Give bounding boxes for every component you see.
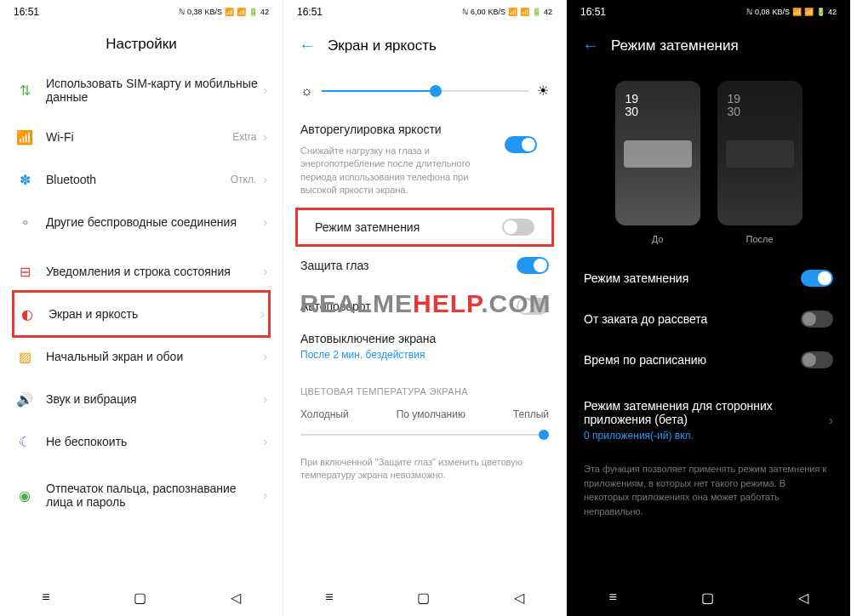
- moon-icon: ☾: [15, 432, 34, 451]
- rotate-toggle[interactable]: [517, 298, 549, 315]
- chevron-icon: ›: [263, 350, 267, 363]
- color-temp-slider[interactable]: [300, 434, 549, 436]
- chevron-icon: ›: [263, 173, 267, 186]
- back-arrow-icon[interactable]: ←: [299, 36, 316, 55]
- auto-brightness-desc: Снижайте нагрузку на глаза и энергопотре…: [283, 145, 505, 206]
- row-dark-mode[interactable]: Режим затемнения: [298, 210, 551, 244]
- nav-back-icon[interactable]: ◁: [514, 590, 524, 606]
- chevron-icon: ›: [263, 265, 267, 278]
- chevron-icon: ›: [263, 392, 267, 406]
- nav-home-icon[interactable]: ▢: [417, 590, 430, 606]
- eye-toggle[interactable]: [517, 257, 549, 274]
- row-home[interactable]: ▨ Начальный экран и обои ›: [0, 335, 283, 378]
- back-arrow-icon[interactable]: ←: [582, 36, 599, 55]
- row-notifications[interactable]: ⊟ Уведомления и строка состояния ›: [0, 250, 283, 293]
- nav-home-icon[interactable]: ▢: [134, 590, 146, 606]
- nav-recent-icon[interactable]: ≡: [608, 590, 616, 605]
- sound-icon: 🔊: [15, 390, 34, 408]
- header: ← Экран и яркость: [283, 24, 566, 67]
- row-sim[interactable]: ⇅ Использовать SIM-карту и мобильные дан…: [0, 65, 283, 116]
- nav-home-icon[interactable]: ▢: [701, 590, 714, 606]
- sun-high-icon: ☀: [537, 83, 549, 99]
- auto-brightness-toggle[interactable]: [505, 136, 537, 153]
- page-title: Режим затемнения: [611, 37, 739, 54]
- preview-row: 1930 До 1930 После: [567, 67, 850, 258]
- row-schedule[interactable]: Время по расписанию: [567, 339, 850, 380]
- sunset-toggle[interactable]: [801, 311, 833, 328]
- dark-mode-screen: 16:51 ℕ0,08KB/S📶📶🔋42 ← Режим затемнения …: [567, 0, 850, 616]
- page-title: Экран и яркость: [328, 37, 437, 54]
- preview-before: 1930 До: [615, 81, 700, 244]
- status-icons: ℕ0,38KB/S📶📶🔋42: [179, 8, 269, 16]
- status-bar: 16:51 ℕ0,38KB/S📶📶🔋42: [0, 0, 283, 24]
- row-screen-brightness[interactable]: ◐ Экран и яркость ›: [12, 290, 271, 338]
- status-time: 16:51: [580, 6, 606, 18]
- chevron-icon: ›: [263, 215, 267, 229]
- chevron-icon: ›: [263, 435, 267, 448]
- brightness-icon: ◐: [18, 305, 37, 323]
- status-bar: 16:51 ℕ0,08KB/S📶📶🔋42: [567, 0, 850, 24]
- color-temp-header: ЦВЕТОВАЯ ТЕМПЕРАТУРА ЭКРАНА: [283, 373, 566, 403]
- fingerprint-icon: ◉: [15, 486, 34, 505]
- brightness-slider-row: ☼ ☀: [283, 67, 566, 114]
- chevron-icon: ›: [829, 414, 833, 427]
- sim-icon: ⇅: [15, 81, 34, 100]
- row-wifi[interactable]: 📶 Wi-Fi Extra ›: [0, 116, 283, 158]
- dark-mode-toggle[interactable]: [502, 219, 534, 236]
- page-title: Настройки: [106, 36, 176, 53]
- row-bluetooth[interactable]: ✽ Bluetooth Откл. ›: [0, 158, 283, 201]
- auto-off-value: После 2 мин. бездействия: [283, 347, 566, 373]
- chevron-icon: ›: [263, 130, 267, 144]
- status-icons: ℕ6,00KB/S📶📶🔋42: [462, 8, 552, 16]
- nav-bar: ≡ ▢ ◁: [567, 579, 850, 616]
- row-eye-protection[interactable]: Защита глаз: [283, 248, 566, 282]
- dark-mode-highlight: Режим затемнения: [295, 208, 554, 247]
- row-fingerprint[interactable]: ◉ Отпечаток пальца, распознавание лица и…: [0, 470, 283, 521]
- row-auto-rotate[interactable]: Автоповорот: [283, 289, 566, 323]
- sun-low-icon: ☼: [300, 83, 313, 99]
- row-dark-mode-enable[interactable]: Режим затемнения: [567, 258, 850, 299]
- row-thirdparty[interactable]: Режим затемнения для сторонних приложени…: [567, 387, 850, 453]
- settings-screen: 16:51 ℕ0,38KB/S📶📶🔋42 Настройки ⇅ Использ…: [0, 0, 283, 616]
- brightness-slider[interactable]: [322, 90, 528, 92]
- nav-bar: ≡ ▢ ◁: [283, 579, 566, 616]
- thirdparty-note: Эта функция позволяет применять режим за…: [567, 453, 850, 527]
- nav-recent-icon[interactable]: ≡: [325, 590, 333, 605]
- nav-back-icon[interactable]: ◁: [798, 590, 808, 606]
- footer-note: При включенной "Защите глаз" изменить цв…: [283, 444, 566, 494]
- nav-back-icon[interactable]: ◁: [231, 590, 241, 606]
- status-time: 16:51: [14, 6, 39, 18]
- row-sunset[interactable]: От заката до рассвета: [567, 299, 850, 339]
- status-icons: ℕ0,08KB/S📶📶🔋42: [746, 8, 837, 16]
- bluetooth-icon: ✽: [15, 170, 34, 189]
- chevron-icon: ›: [263, 83, 267, 97]
- row-other-wireless[interactable]: ⚬ Другие беспроводные соединения ›: [0, 201, 283, 243]
- share-icon: ⚬: [15, 213, 34, 231]
- status-time: 16:51: [297, 6, 323, 18]
- nav-recent-icon[interactable]: ≡: [42, 590, 49, 605]
- color-temp-labels: Холодный По умолчанию Теплый: [283, 403, 566, 425]
- row-dnd[interactable]: ☾ Не беспокоить ›: [0, 420, 283, 463]
- brightness-screen: 16:51 ℕ6,00KB/S📶📶🔋42 ← Экран и яркость ☼…: [283, 0, 567, 616]
- dark-mode-toggle[interactable]: [801, 270, 833, 287]
- notification-icon: ⊟: [15, 262, 34, 281]
- preview-after: 1930 После: [717, 81, 802, 244]
- home-icon: ▨: [15, 347, 34, 366]
- nav-bar: ≡ ▢ ◁: [0, 579, 283, 616]
- chevron-icon: ›: [263, 488, 267, 502]
- wifi-icon: 📶: [15, 128, 34, 146]
- header: ← Режим затемнения: [567, 24, 850, 67]
- status-bar: 16:51 ℕ6,00KB/S📶📶🔋42: [283, 0, 566, 24]
- row-sound[interactable]: 🔊 Звук и вибрация ›: [0, 378, 283, 420]
- row-auto-off[interactable]: Автовыключение экрана: [283, 323, 566, 347]
- chevron-icon: ›: [260, 307, 265, 321]
- schedule-toggle[interactable]: [801, 351, 833, 368]
- header: Настройки: [0, 24, 283, 65]
